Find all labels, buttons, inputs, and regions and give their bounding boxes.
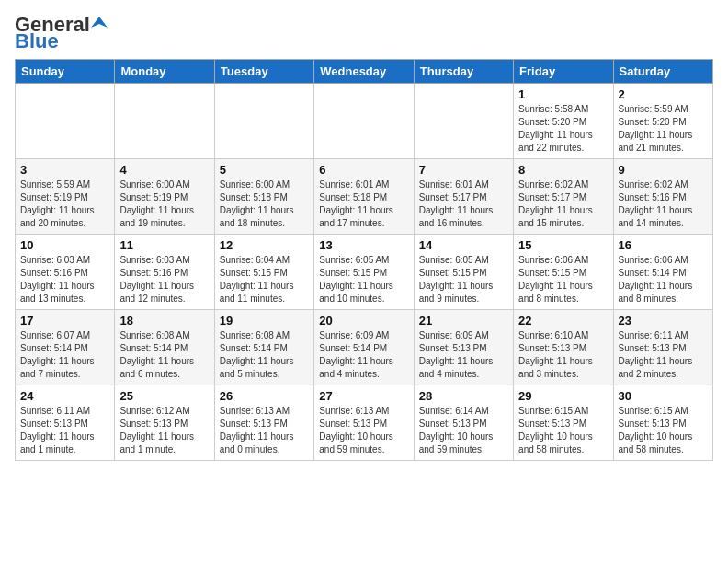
day-info: Sunrise: 6:14 AM Sunset: 5:13 PM Dayligh… [419, 405, 508, 456]
day-number: 17 [20, 314, 109, 327]
day-number: 16 [619, 238, 708, 252]
day-number: 15 [518, 238, 608, 252]
day-number: 20 [319, 314, 408, 327]
day-number: 10 [20, 238, 109, 252]
day-cell: 5Sunrise: 6:00 AM Sunset: 5:18 PM Daylig… [214, 159, 313, 235]
day-cell: 30Sunrise: 6:15 AM Sunset: 5:13 PM Dayli… [613, 385, 712, 461]
day-info: Sunrise: 6:05 AM Sunset: 5:15 PM Dayligh… [419, 254, 508, 305]
day-info: Sunrise: 6:00 AM Sunset: 5:18 PM Dayligh… [220, 178, 309, 230]
day-number: 14 [419, 238, 508, 252]
day-cell: 11Sunrise: 6:03 AM Sunset: 5:16 PM Dayli… [115, 235, 214, 310]
day-cell [115, 84, 214, 159]
day-cell: 27Sunrise: 6:13 AM Sunset: 5:13 PM Dayli… [314, 385, 414, 461]
day-cell: 10Sunrise: 6:03 AM Sunset: 5:16 PM Dayli… [16, 235, 115, 310]
week-row-5: 24Sunrise: 6:11 AM Sunset: 5:13 PM Dayli… [16, 385, 713, 461]
logo-blue-text: Blue [15, 31, 59, 52]
day-info: Sunrise: 6:06 AM Sunset: 5:15 PM Dayligh… [518, 254, 608, 305]
day-info: Sunrise: 6:00 AM Sunset: 5:19 PM Dayligh… [119, 178, 209, 230]
day-cell: 16Sunrise: 6:06 AM Sunset: 5:14 PM Dayli… [613, 235, 712, 310]
day-cell: 3Sunrise: 5:59 AM Sunset: 5:19 PM Daylig… [16, 159, 115, 235]
day-number: 27 [319, 389, 408, 403]
day-info: Sunrise: 6:13 AM Sunset: 5:13 PM Dayligh… [319, 405, 408, 456]
day-info: Sunrise: 6:01 AM Sunset: 5:17 PM Dayligh… [419, 178, 508, 230]
weekday-header-thursday: Thursday [414, 60, 513, 84]
day-number: 9 [619, 163, 708, 177]
day-number: 4 [119, 163, 209, 177]
day-info: Sunrise: 6:02 AM Sunset: 5:17 PM Dayligh… [518, 178, 608, 230]
day-info: Sunrise: 6:07 AM Sunset: 5:14 PM Dayligh… [20, 329, 109, 381]
day-cell: 26Sunrise: 6:13 AM Sunset: 5:13 PM Dayli… [214, 385, 313, 461]
weekday-header-sunday: Sunday [16, 60, 115, 84]
svg-marker-0 [91, 17, 108, 28]
week-row-1: 1Sunrise: 5:58 AM Sunset: 5:20 PM Daylig… [16, 84, 713, 159]
weekday-header-row: SundayMondayTuesdayWednesdayThursdayFrid… [16, 60, 713, 84]
day-number: 22 [518, 314, 608, 327]
day-cell: 22Sunrise: 6:10 AM Sunset: 5:13 PM Dayli… [514, 310, 613, 385]
week-row-3: 10Sunrise: 6:03 AM Sunset: 5:16 PM Dayli… [16, 235, 713, 310]
day-cell: 4Sunrise: 6:00 AM Sunset: 5:19 PM Daylig… [115, 159, 214, 235]
day-cell: 20Sunrise: 6:09 AM Sunset: 5:14 PM Dayli… [314, 310, 414, 385]
day-cell: 29Sunrise: 6:15 AM Sunset: 5:13 PM Dayli… [514, 385, 613, 461]
day-number: 30 [619, 389, 708, 403]
day-info: Sunrise: 6:09 AM Sunset: 5:13 PM Dayligh… [419, 329, 508, 381]
day-number: 8 [518, 163, 608, 177]
day-info: Sunrise: 6:15 AM Sunset: 5:13 PM Dayligh… [619, 405, 708, 456]
day-cell: 7Sunrise: 6:01 AM Sunset: 5:17 PM Daylig… [414, 159, 513, 235]
day-cell: 13Sunrise: 6:05 AM Sunset: 5:15 PM Dayli… [314, 235, 414, 310]
day-number: 18 [119, 314, 209, 327]
day-info: Sunrise: 5:59 AM Sunset: 5:19 PM Dayligh… [20, 178, 109, 230]
day-number: 24 [20, 389, 109, 403]
day-number: 13 [319, 238, 408, 252]
day-info: Sunrise: 6:15 AM Sunset: 5:13 PM Dayligh… [518, 405, 608, 456]
day-cell: 8Sunrise: 6:02 AM Sunset: 5:17 PM Daylig… [514, 159, 613, 235]
day-info: Sunrise: 6:02 AM Sunset: 5:16 PM Dayligh… [619, 178, 708, 230]
day-cell: 28Sunrise: 6:14 AM Sunset: 5:13 PM Dayli… [414, 385, 513, 461]
day-cell: 14Sunrise: 6:05 AM Sunset: 5:15 PM Dayli… [414, 235, 513, 310]
day-number: 5 [220, 163, 309, 177]
day-number: 12 [220, 238, 309, 252]
logo: General Blue [15, 15, 108, 52]
day-cell: 1Sunrise: 5:58 AM Sunset: 5:20 PM Daylig… [514, 84, 613, 159]
header: General Blue [15, 15, 713, 52]
day-info: Sunrise: 6:04 AM Sunset: 5:15 PM Dayligh… [220, 254, 309, 305]
day-cell: 18Sunrise: 6:08 AM Sunset: 5:14 PM Dayli… [115, 310, 214, 385]
day-number: 6 [319, 163, 408, 177]
day-cell: 12Sunrise: 6:04 AM Sunset: 5:15 PM Dayli… [214, 235, 313, 310]
day-info: Sunrise: 6:03 AM Sunset: 5:16 PM Dayligh… [119, 254, 209, 305]
day-info: Sunrise: 6:03 AM Sunset: 5:16 PM Dayligh… [20, 254, 109, 305]
day-number: 21 [419, 314, 508, 327]
day-cell: 9Sunrise: 6:02 AM Sunset: 5:16 PM Daylig… [613, 159, 712, 235]
day-cell: 21Sunrise: 6:09 AM Sunset: 5:13 PM Dayli… [414, 310, 513, 385]
day-number: 1 [518, 87, 608, 101]
day-cell: 25Sunrise: 6:12 AM Sunset: 5:13 PM Dayli… [115, 385, 214, 461]
day-number: 28 [419, 389, 508, 403]
day-info: Sunrise: 6:12 AM Sunset: 5:13 PM Dayligh… [119, 405, 209, 456]
day-info: Sunrise: 6:11 AM Sunset: 5:13 PM Dayligh… [20, 405, 109, 456]
day-cell [16, 84, 115, 159]
day-cell [214, 84, 313, 159]
day-cell: 23Sunrise: 6:11 AM Sunset: 5:13 PM Dayli… [613, 310, 712, 385]
weekday-header-wednesday: Wednesday [314, 60, 414, 84]
weekday-header-monday: Monday [115, 60, 214, 84]
day-info: Sunrise: 5:59 AM Sunset: 5:20 PM Dayligh… [619, 103, 708, 155]
day-info: Sunrise: 6:01 AM Sunset: 5:18 PM Dayligh… [319, 178, 408, 230]
day-cell: 17Sunrise: 6:07 AM Sunset: 5:14 PM Dayli… [16, 310, 115, 385]
day-info: Sunrise: 6:13 AM Sunset: 5:13 PM Dayligh… [220, 405, 309, 456]
day-info: Sunrise: 6:06 AM Sunset: 5:14 PM Dayligh… [619, 254, 708, 305]
day-info: Sunrise: 6:10 AM Sunset: 5:13 PM Dayligh… [518, 329, 608, 381]
day-number: 11 [119, 238, 209, 252]
week-row-2: 3Sunrise: 5:59 AM Sunset: 5:19 PM Daylig… [16, 159, 713, 235]
day-info: Sunrise: 6:09 AM Sunset: 5:14 PM Dayligh… [319, 329, 408, 381]
day-cell: 2Sunrise: 5:59 AM Sunset: 5:20 PM Daylig… [613, 84, 712, 159]
day-number: 23 [619, 314, 708, 327]
day-cell: 15Sunrise: 6:06 AM Sunset: 5:15 PM Dayli… [514, 235, 613, 310]
calendar-table: SundayMondayTuesdayWednesdayThursdayFrid… [15, 59, 713, 461]
day-number: 25 [119, 389, 209, 403]
day-cell: 19Sunrise: 6:08 AM Sunset: 5:14 PM Dayli… [214, 310, 313, 385]
day-info: Sunrise: 6:08 AM Sunset: 5:14 PM Dayligh… [119, 329, 209, 381]
day-cell: 6Sunrise: 6:01 AM Sunset: 5:18 PM Daylig… [314, 159, 414, 235]
day-info: Sunrise: 6:08 AM Sunset: 5:14 PM Dayligh… [220, 329, 309, 381]
day-info: Sunrise: 5:58 AM Sunset: 5:20 PM Dayligh… [518, 103, 608, 155]
day-number: 7 [419, 163, 508, 177]
day-info: Sunrise: 6:05 AM Sunset: 5:15 PM Dayligh… [319, 254, 408, 305]
